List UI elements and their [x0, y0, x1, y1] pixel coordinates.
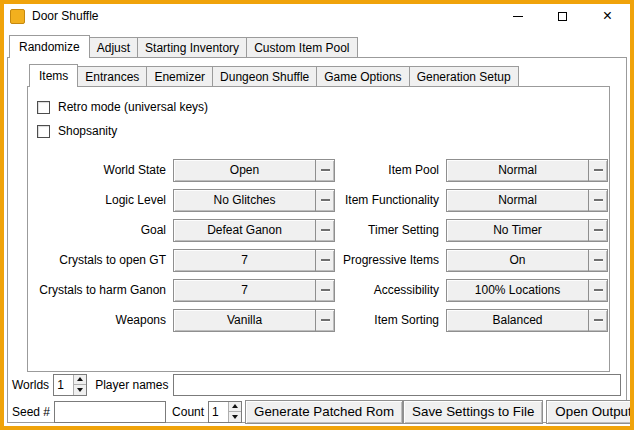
outer-tab-bar: Randomize Adjust Starting Inventory Cust… [7, 34, 627, 57]
tab-items-label: Items [39, 69, 68, 83]
option-row: World State Open [35, 155, 335, 185]
count-spinbox[interactable]: 1 [208, 401, 242, 423]
retro-mode-label: Retro mode (universal keys) [58, 100, 208, 114]
maximize-button[interactable] [540, 4, 585, 28]
option-row: Timer Setting No Timer [343, 215, 608, 245]
weapons-dropdown[interactable]: Vanilla [173, 309, 335, 332]
spin-down-button[interactable] [74, 384, 86, 395]
app-icon [10, 9, 25, 24]
window-title: Door Shuffle [32, 9, 99, 23]
item-functionality-label: Item Functionality [343, 193, 439, 207]
option-row: Logic Level No Glitches [35, 185, 335, 215]
world-state-dropdown[interactable]: Open [173, 159, 335, 182]
tab-custom-item-pool[interactable]: Custom Item Pool [246, 37, 357, 57]
tab-entrances[interactable]: Entrances [77, 66, 147, 86]
title-bar[interactable]: Door Shuffle × [4, 4, 630, 28]
arrow-up-icon [232, 404, 238, 408]
option-row: Accessibility 100% Locations [343, 275, 608, 305]
item-sorting-label: Item Sorting [343, 313, 439, 327]
arrow-up-icon [77, 377, 83, 381]
item-pool-label: Item Pool [343, 163, 439, 177]
dropdown-indicator-icon [588, 160, 607, 181]
checkbox-unchecked-icon [37, 101, 50, 114]
seed-input[interactable] [54, 401, 166, 423]
spin-down-button[interactable] [229, 411, 241, 422]
tab-starting-inventory[interactable]: Starting Inventory [137, 37, 247, 57]
retro-mode-checkbox[interactable]: Retro mode (universal keys) [37, 95, 603, 119]
window-frame: Door Shuffle × Randomize Adjust Starting… [4, 4, 630, 426]
open-output-directory-button[interactable]: Open Output Directory [546, 400, 630, 424]
option-row: Goal Defeat Ganon [35, 215, 335, 245]
item-functionality-dropdown[interactable]: Normal [446, 189, 608, 212]
seed-label: Seed # [12, 405, 50, 419]
option-row: Crystals to open GT 7 [35, 245, 335, 275]
option-row: Crystals to harm Ganon 7 [35, 275, 335, 305]
spin-up-button[interactable] [74, 375, 86, 385]
tab-custom-item-pool-label: Custom Item Pool [254, 41, 349, 55]
option-row: Progressive Items On [343, 245, 608, 275]
crystals-harm-ganon-dropdown[interactable]: 7 [173, 279, 335, 302]
tab-enemizer[interactable]: Enemizer [146, 66, 213, 86]
dropdown-indicator-icon [588, 310, 607, 331]
goal-dropdown[interactable]: Defeat Ganon [173, 219, 335, 242]
tab-game-options-label: Game Options [324, 70, 401, 84]
arrow-down-icon [232, 415, 238, 419]
accessibility-dropdown[interactable]: 100% Locations [446, 279, 608, 302]
seed-row: Seed # Count 1 Generate Patched Rom Save… [12, 399, 621, 424]
worlds-value[interactable]: 1 [54, 375, 73, 395]
item-pool-dropdown[interactable]: Normal [446, 159, 608, 182]
goal-value: Defeat Ganon [174, 220, 315, 241]
options-grid: World State Open Logic Level N [35, 155, 603, 335]
tab-adjust-label: Adjust [97, 41, 130, 55]
tab-generation-setup-label: Generation Setup [417, 70, 511, 84]
close-button[interactable]: × [585, 4, 630, 28]
randomize-pane: Items Entrances Enemizer Dungeon Shuffle… [7, 57, 627, 423]
dropdown-indicator-icon [588, 250, 607, 271]
tab-adjust[interactable]: Adjust [89, 37, 138, 57]
tab-generation-setup[interactable]: Generation Setup [409, 66, 519, 86]
minimize-button[interactable] [495, 4, 540, 28]
arrow-down-icon [77, 388, 83, 392]
checkbox-unchecked-icon [37, 125, 50, 138]
world-state-label: World State [35, 163, 166, 177]
weapons-label: Weapons [35, 313, 166, 327]
item-sorting-dropdown[interactable]: Balanced [446, 309, 608, 332]
dropdown-indicator-icon [588, 220, 607, 241]
progressive-items-label: Progressive Items [343, 253, 439, 267]
crystals-open-gt-label: Crystals to open GT [35, 253, 166, 267]
timer-setting-dropdown[interactable]: No Timer [446, 219, 608, 242]
shopsanity-checkbox[interactable]: Shopsanity [37, 119, 603, 143]
options-left-column: World State Open Logic Level N [35, 155, 335, 335]
dropdown-indicator-icon [315, 220, 334, 241]
tab-dungeon-shuffle[interactable]: Dungeon Shuffle [212, 66, 317, 86]
goal-label: Goal [35, 223, 166, 237]
progressive-items-dropdown[interactable]: On [446, 249, 608, 272]
worlds-spinbox[interactable]: 1 [53, 374, 87, 396]
tab-items[interactable]: Items [29, 64, 78, 87]
options-right-column: Item Pool Normal Item Functionality [343, 155, 608, 335]
window-body: Randomize Adjust Starting Inventory Cust… [4, 28, 630, 426]
minimize-icon [513, 16, 523, 17]
crystals-open-gt-dropdown[interactable]: 7 [173, 249, 335, 272]
inner-notebook: Items Entrances Enemizer Dungeon Shuffle… [27, 63, 610, 372]
dropdown-indicator-icon [315, 190, 334, 211]
count-value[interactable]: 1 [209, 402, 228, 422]
close-icon: × [603, 11, 612, 21]
dropdown-indicator-icon [588, 190, 607, 211]
generate-patched-rom-button[interactable]: Generate Patched Rom [245, 400, 403, 424]
inner-tab-bar: Items Entrances Enemizer Dungeon Shuffle… [27, 63, 610, 86]
tab-randomize[interactable]: Randomize [9, 35, 90, 58]
tab-dungeon-shuffle-label: Dungeon Shuffle [220, 70, 309, 84]
spin-up-button[interactable] [229, 402, 241, 412]
count-label: Count [172, 405, 204, 419]
progressive-items-value: On [447, 250, 588, 271]
player-names-label: Player names [95, 378, 168, 392]
dropdown-indicator-icon [315, 250, 334, 271]
tab-starting-inventory-label: Starting Inventory [145, 41, 239, 55]
logic-level-dropdown[interactable]: No Glitches [173, 189, 335, 212]
tab-game-options[interactable]: Game Options [316, 66, 409, 86]
footer: Worlds 1 Player names Seed # [12, 372, 621, 424]
maximize-icon [558, 12, 567, 21]
player-names-input[interactable] [173, 374, 622, 396]
save-settings-button[interactable]: Save Settings to File [403, 400, 543, 424]
